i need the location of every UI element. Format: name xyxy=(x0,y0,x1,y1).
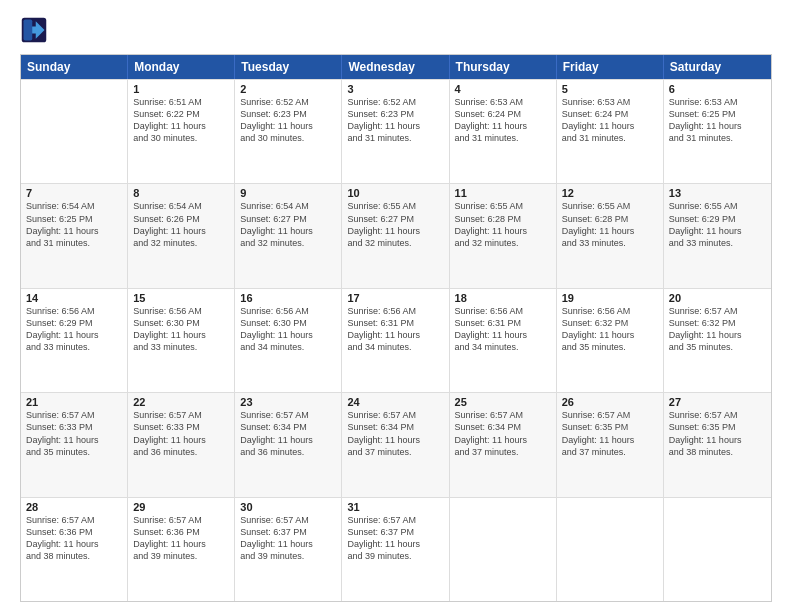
cell-info-line: Daylight: 11 hours xyxy=(133,434,229,446)
cell-info-line: Daylight: 11 hours xyxy=(562,120,658,132)
calendar-cell-3-6: 27Sunrise: 6:57 AMSunset: 6:35 PMDayligh… xyxy=(664,393,771,496)
cell-info-line: Sunset: 6:33 PM xyxy=(133,421,229,433)
cell-info-line: Daylight: 11 hours xyxy=(133,120,229,132)
cell-info-line: Sunset: 6:32 PM xyxy=(669,317,766,329)
day-number: 29 xyxy=(133,501,229,513)
cell-info-line: Daylight: 11 hours xyxy=(347,120,443,132)
cell-info-line: Daylight: 11 hours xyxy=(26,329,122,341)
calendar-cell-2-0: 14Sunrise: 6:56 AMSunset: 6:29 PMDayligh… xyxy=(21,289,128,392)
cell-info-line: Daylight: 11 hours xyxy=(347,434,443,446)
cell-info-line: Sunrise: 6:57 AM xyxy=(455,409,551,421)
cell-info-line: Sunrise: 6:56 AM xyxy=(133,305,229,317)
calendar-row-0: 1Sunrise: 6:51 AMSunset: 6:22 PMDaylight… xyxy=(21,79,771,183)
cell-info-line: Daylight: 11 hours xyxy=(240,538,336,550)
day-number: 14 xyxy=(26,292,122,304)
calendar-cell-0-4: 4Sunrise: 6:53 AMSunset: 6:24 PMDaylight… xyxy=(450,80,557,183)
cell-info-line: Sunset: 6:34 PM xyxy=(455,421,551,433)
day-number: 3 xyxy=(347,83,443,95)
day-number: 15 xyxy=(133,292,229,304)
cell-info-line: Daylight: 11 hours xyxy=(26,434,122,446)
cell-info-line: Sunset: 6:25 PM xyxy=(26,213,122,225)
calendar-cell-4-1: 29Sunrise: 6:57 AMSunset: 6:36 PMDayligh… xyxy=(128,498,235,601)
cell-info-line: Sunrise: 6:56 AM xyxy=(240,305,336,317)
cell-info-line: Daylight: 11 hours xyxy=(669,329,766,341)
cell-info-line: Daylight: 11 hours xyxy=(26,538,122,550)
cell-info-line: Sunrise: 6:57 AM xyxy=(240,514,336,526)
cell-info-line: and 32 minutes. xyxy=(347,237,443,249)
day-number: 21 xyxy=(26,396,122,408)
calendar-cell-1-1: 8Sunrise: 6:54 AMSunset: 6:26 PMDaylight… xyxy=(128,184,235,287)
cell-info-line: Sunset: 6:23 PM xyxy=(240,108,336,120)
day-number: 24 xyxy=(347,396,443,408)
cell-info-line: Sunrise: 6:56 AM xyxy=(347,305,443,317)
calendar: SundayMondayTuesdayWednesdayThursdayFrid… xyxy=(20,54,772,602)
day-number: 18 xyxy=(455,292,551,304)
weekday-header-thursday: Thursday xyxy=(450,55,557,79)
cell-info-line: Daylight: 11 hours xyxy=(455,329,551,341)
day-number: 10 xyxy=(347,187,443,199)
day-number: 11 xyxy=(455,187,551,199)
cell-info-line: Sunrise: 6:57 AM xyxy=(669,305,766,317)
cell-info-line: Daylight: 11 hours xyxy=(347,538,443,550)
cell-info-line: Sunset: 6:22 PM xyxy=(133,108,229,120)
cell-info-line: Sunrise: 6:54 AM xyxy=(133,200,229,212)
weekday-header-friday: Friday xyxy=(557,55,664,79)
logo-icon xyxy=(20,16,48,44)
weekday-header-wednesday: Wednesday xyxy=(342,55,449,79)
calendar-header: SundayMondayTuesdayWednesdayThursdayFrid… xyxy=(21,55,771,79)
cell-info-line: and 36 minutes. xyxy=(133,446,229,458)
day-number: 27 xyxy=(669,396,766,408)
cell-info-line: and 37 minutes. xyxy=(455,446,551,458)
cell-info-line: and 31 minutes. xyxy=(669,132,766,144)
calendar-cell-4-0: 28Sunrise: 6:57 AMSunset: 6:36 PMDayligh… xyxy=(21,498,128,601)
calendar-cell-1-5: 12Sunrise: 6:55 AMSunset: 6:28 PMDayligh… xyxy=(557,184,664,287)
cell-info-line: and 33 minutes. xyxy=(133,341,229,353)
cell-info-line: Sunset: 6:30 PM xyxy=(240,317,336,329)
cell-info-line: Daylight: 11 hours xyxy=(669,225,766,237)
cell-info-line: and 33 minutes. xyxy=(26,341,122,353)
cell-info-line: Sunrise: 6:55 AM xyxy=(562,200,658,212)
cell-info-line: Daylight: 11 hours xyxy=(455,434,551,446)
day-number: 20 xyxy=(669,292,766,304)
cell-info-line: Daylight: 11 hours xyxy=(133,538,229,550)
cell-info-line: Sunset: 6:24 PM xyxy=(562,108,658,120)
cell-info-line: Sunrise: 6:56 AM xyxy=(455,305,551,317)
svg-rect-2 xyxy=(24,20,33,41)
cell-info-line: and 35 minutes. xyxy=(562,341,658,353)
day-number: 13 xyxy=(669,187,766,199)
cell-info-line: and 39 minutes. xyxy=(347,550,443,562)
calendar-cell-0-6: 6Sunrise: 6:53 AMSunset: 6:25 PMDaylight… xyxy=(664,80,771,183)
cell-info-line: Daylight: 11 hours xyxy=(562,225,658,237)
weekday-header-monday: Monday xyxy=(128,55,235,79)
cell-info-line: and 36 minutes. xyxy=(240,446,336,458)
calendar-cell-2-4: 18Sunrise: 6:56 AMSunset: 6:31 PMDayligh… xyxy=(450,289,557,392)
calendar-cell-1-3: 10Sunrise: 6:55 AMSunset: 6:27 PMDayligh… xyxy=(342,184,449,287)
cell-info-line: Sunset: 6:33 PM xyxy=(26,421,122,433)
cell-info-line: Daylight: 11 hours xyxy=(240,120,336,132)
cell-info-line: and 31 minutes. xyxy=(455,132,551,144)
calendar-cell-0-0 xyxy=(21,80,128,183)
calendar-cell-3-0: 21Sunrise: 6:57 AMSunset: 6:33 PMDayligh… xyxy=(21,393,128,496)
calendar-row-3: 21Sunrise: 6:57 AMSunset: 6:33 PMDayligh… xyxy=(21,392,771,496)
cell-info-line: Daylight: 11 hours xyxy=(455,225,551,237)
day-number: 1 xyxy=(133,83,229,95)
cell-info-line: Sunrise: 6:57 AM xyxy=(133,514,229,526)
calendar-cell-4-3: 31Sunrise: 6:57 AMSunset: 6:37 PMDayligh… xyxy=(342,498,449,601)
cell-info-line: Sunset: 6:28 PM xyxy=(455,213,551,225)
day-number: 31 xyxy=(347,501,443,513)
cell-info-line: Daylight: 11 hours xyxy=(669,434,766,446)
cell-info-line: Sunrise: 6:53 AM xyxy=(455,96,551,108)
cell-info-line: Sunrise: 6:57 AM xyxy=(347,514,443,526)
cell-info-line: Daylight: 11 hours xyxy=(347,329,443,341)
cell-info-line: Sunrise: 6:52 AM xyxy=(347,96,443,108)
calendar-cell-2-5: 19Sunrise: 6:56 AMSunset: 6:32 PMDayligh… xyxy=(557,289,664,392)
calendar-cell-2-2: 16Sunrise: 6:56 AMSunset: 6:30 PMDayligh… xyxy=(235,289,342,392)
cell-info-line: Daylight: 11 hours xyxy=(347,225,443,237)
cell-info-line: Sunset: 6:27 PM xyxy=(240,213,336,225)
calendar-cell-1-0: 7Sunrise: 6:54 AMSunset: 6:25 PMDaylight… xyxy=(21,184,128,287)
day-number: 30 xyxy=(240,501,336,513)
calendar-cell-4-6 xyxy=(664,498,771,601)
cell-info-line: and 35 minutes. xyxy=(669,341,766,353)
day-number: 2 xyxy=(240,83,336,95)
cell-info-line: Sunset: 6:36 PM xyxy=(133,526,229,538)
